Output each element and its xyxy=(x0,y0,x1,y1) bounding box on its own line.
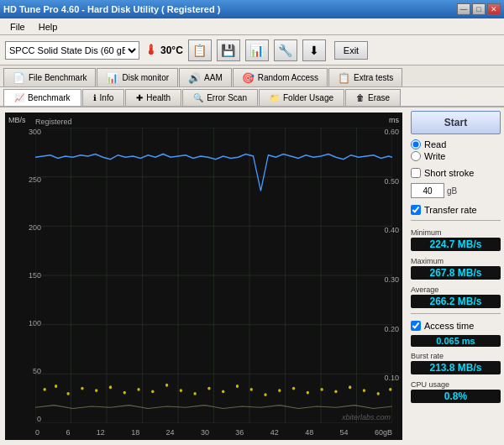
extra-tests-icon: 📋 xyxy=(338,72,350,84)
svg-point-38 xyxy=(320,388,323,391)
tab-random-access[interactable]: 🎯 Random Access xyxy=(233,68,328,86)
svg-point-22 xyxy=(95,389,97,392)
stroke-unit: gB xyxy=(447,186,457,196)
file-benchmark-icon: 📄 xyxy=(13,72,25,84)
tab-extra-tests[interactable]: 📋 Extra tests xyxy=(328,68,402,86)
svg-point-28 xyxy=(180,389,182,392)
tab-aam[interactable]: 🔊 AAM xyxy=(179,68,232,86)
health-icon: ✚ xyxy=(136,93,143,102)
menu-help[interactable]: Help xyxy=(32,20,65,34)
svg-point-34 xyxy=(264,393,266,396)
x-42: 42 xyxy=(270,428,279,437)
access-time-label: Access time xyxy=(424,321,474,331)
maximize-button[interactable]: □ xyxy=(472,3,486,15)
svg-point-39 xyxy=(334,390,337,393)
x-60: 60gB xyxy=(375,428,392,437)
access-time-checkbox[interactable] xyxy=(411,321,421,331)
x-30: 30 xyxy=(201,428,209,437)
read-radio[interactable] xyxy=(411,139,421,149)
close-button[interactable]: ✕ xyxy=(487,3,501,15)
transfer-rate-checkbox[interactable] xyxy=(411,205,421,215)
menu-bar: File Help xyxy=(0,18,504,35)
info-icon: ℹ xyxy=(93,93,97,102)
x-0: 0 xyxy=(35,428,39,437)
svg-point-30 xyxy=(207,387,210,390)
svg-point-41 xyxy=(363,389,365,392)
svg-point-18 xyxy=(44,388,46,391)
toolbar-btn-5[interactable]: ⬇ xyxy=(302,39,326,61)
subtab-info[interactable]: ℹ Info xyxy=(82,89,125,106)
write-radio[interactable] xyxy=(411,151,421,161)
toolbar-btn-4[interactable]: 🔧 xyxy=(274,39,297,61)
svg-point-27 xyxy=(165,384,168,387)
disk-selector[interactable]: SPCC Solid State Dis (60 gB) xyxy=(5,41,139,60)
subtab-benchmark[interactable]: 📈 Benchmark xyxy=(3,89,81,106)
x-12: 12 xyxy=(97,428,105,437)
svg-point-42 xyxy=(377,392,380,395)
cpu-usage-block: CPU usage 0.8% xyxy=(411,380,501,403)
short-stroke-label: Short stroke xyxy=(424,168,474,178)
svg-point-21 xyxy=(81,387,83,390)
start-button[interactable]: Start xyxy=(411,111,501,134)
short-stroke-checkbox[interactable] xyxy=(411,168,421,178)
exit-button[interactable]: Exit xyxy=(334,41,368,60)
minimize-button[interactable]: — xyxy=(457,3,470,15)
mbs-label: MB/s xyxy=(8,116,26,124)
minimum-block: Minimum 224.7 MB/s xyxy=(411,228,501,251)
burst-rate-value: 213.8 MB/s xyxy=(411,361,501,374)
transfer-rate-label: Transfer rate xyxy=(424,205,477,215)
x-24: 24 xyxy=(166,428,175,437)
top-tabs: 📄 File Benchmark 📊 Disk monitor 🔊 AAM 🎯 … xyxy=(0,65,504,87)
svg-point-31 xyxy=(222,390,224,393)
stroke-value-input[interactable] xyxy=(411,183,444,198)
svg-point-33 xyxy=(250,388,253,391)
error-scan-icon: 🔍 xyxy=(193,93,203,102)
read-radio-row: Read xyxy=(411,139,501,149)
temperature-display: 🌡 30°C xyxy=(144,43,183,58)
short-stroke-row: Short stroke xyxy=(411,168,501,178)
x-48: 48 xyxy=(305,428,313,437)
random-access-icon: 🎯 xyxy=(242,72,255,84)
read-write-group: Read Write xyxy=(411,138,501,163)
minimum-label: Minimum xyxy=(411,228,501,237)
average-value: 266.2 MB/s xyxy=(411,295,501,308)
thermometer-icon: 🌡 xyxy=(144,43,158,58)
burst-rate-label: Burst rate xyxy=(411,352,501,360)
registered-label: Registered xyxy=(35,118,72,126)
subtab-erase[interactable]: 🗑 Erase xyxy=(345,89,401,106)
subtab-health[interactable]: ✚ Health xyxy=(125,89,181,106)
benchmark-icon: 📈 xyxy=(14,93,24,102)
write-radio-row: Write xyxy=(411,151,501,161)
toolbar-btn-3[interactable]: 📊 xyxy=(245,39,269,61)
maximum-block: Maximum 267.8 MB/s xyxy=(411,257,501,280)
window-title: HD Tune Pro 4.60 - Hard Disk Utility ( R… xyxy=(3,4,220,14)
svg-point-35 xyxy=(278,389,281,392)
cpu-usage-label: CPU usage xyxy=(411,380,501,389)
tab-file-benchmark[interactable]: 📄 File Benchmark xyxy=(3,68,96,86)
svg-point-37 xyxy=(307,391,309,395)
toolbar-btn-2[interactable]: 💾 xyxy=(217,39,240,61)
toolbar-btn-1[interactable]: 📋 xyxy=(188,39,212,61)
x-36: 36 xyxy=(235,428,244,437)
disk-monitor-icon: 📊 xyxy=(106,72,118,84)
folder-usage-icon: 📁 xyxy=(270,93,280,102)
erase-icon: 🗑 xyxy=(356,93,365,102)
minimum-value: 224.7 MB/s xyxy=(411,238,501,251)
subtab-folder-usage[interactable]: 📁 Folder Usage xyxy=(259,89,344,106)
aam-icon: 🔊 xyxy=(188,72,201,84)
subtab-error-scan[interactable]: 🔍 Error Scan xyxy=(182,89,258,106)
window-controls: — □ ✕ xyxy=(457,3,501,15)
svg-point-19 xyxy=(55,385,57,388)
x-axis: 0 6 12 18 24 30 36 42 48 54 60gB xyxy=(35,428,392,437)
svg-point-29 xyxy=(193,392,196,395)
menu-file[interactable]: File xyxy=(3,20,32,34)
divider-1 xyxy=(411,220,501,221)
x-6: 6 xyxy=(66,428,70,437)
svg-point-36 xyxy=(292,387,295,390)
read-label: Read xyxy=(424,139,446,149)
sub-tabs: 📈 Benchmark ℹ Info ✚ Health 🔍 Error Scan… xyxy=(0,87,504,107)
tab-disk-monitor[interactable]: 📊 Disk monitor xyxy=(97,68,178,86)
svg-point-43 xyxy=(389,388,391,391)
access-time-check-row: Access time xyxy=(411,321,501,331)
write-label: Write xyxy=(424,151,445,161)
